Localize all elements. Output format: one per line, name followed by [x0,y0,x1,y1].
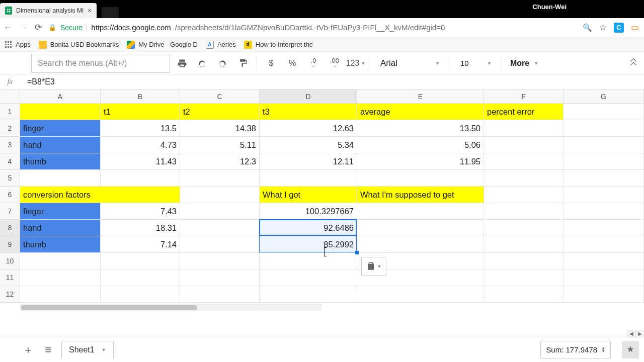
cell[interactable]: What I'm supposed to get [357,187,484,203]
formula-input[interactable] [20,77,644,86]
row-header[interactable]: 5 [0,170,20,187]
cell[interactable] [180,187,260,203]
column-header[interactable]: F [484,89,564,103]
column-header[interactable]: C [180,89,260,103]
cell[interactable] [564,104,644,120]
paint-format-button[interactable] [234,55,251,71]
horizontal-scroll-arrows[interactable]: ◀▶ [627,330,644,337]
cell[interactable] [564,120,644,137]
cell[interactable] [484,187,564,203]
cell[interactable] [484,220,564,236]
row-header[interactable]: 10 [0,253,20,269]
cell[interactable] [357,286,484,303]
back-button[interactable]: ← [3,23,13,33]
row-header[interactable]: 6 [0,187,20,203]
cell[interactable]: 5.06 [357,137,484,153]
column-header[interactable]: B [101,89,180,103]
cell[interactable] [180,253,260,269]
cell[interactable] [180,170,260,187]
cell[interactable]: 100.3297667 [260,203,357,220]
cell[interactable] [564,153,644,170]
cell[interactable] [180,269,260,286]
percent-button[interactable]: % [284,55,300,71]
row-header[interactable]: 11 [0,269,20,286]
cell[interactable]: conversion factors [20,187,180,203]
cell[interactable] [564,286,644,303]
bookmark-item[interactable]: Bonita USD Bookmarks [39,41,119,49]
sheet-tab[interactable]: Sheet1 ▼ [61,341,114,358]
more-toolbar[interactable]: More ▼ [508,59,540,68]
select-all-corner[interactable] [0,89,20,104]
browser-tab-active[interactable]: Dimensional analysis Mi × [0,3,97,18]
cell[interactable] [180,203,260,220]
cell[interactable] [484,137,564,153]
cell[interactable] [484,153,564,170]
cell[interactable] [180,286,260,303]
bookmark-item[interactable]: dHow to Interpret the [244,41,313,49]
cell[interactable] [260,170,357,187]
cell[interactable]: 12.63 [260,120,357,137]
extension-c-icon[interactable]: C [614,23,624,33]
cell[interactable] [101,170,180,187]
profile-name[interactable]: Chuen-Wei [532,3,567,11]
cell[interactable] [484,286,564,303]
cell[interactable]: 92.6486 [260,220,357,236]
cell[interactable]: 4.73 [101,137,180,153]
row-header[interactable]: 1 [0,104,20,120]
cell[interactable] [101,286,180,303]
cell[interactable] [20,104,101,120]
undo-button[interactable] [194,55,210,71]
cell[interactable]: 7.14 [101,236,180,253]
cell[interactable]: 12.3 [180,153,260,170]
cell[interactable] [564,203,644,220]
cell[interactable]: 5.11 [180,137,260,153]
cell[interactable] [357,220,484,236]
apps-button[interactable]: Apps [5,41,31,48]
forward-button[interactable]: → [18,23,28,33]
row-header[interactable]: 4 [0,153,20,170]
cell[interactable] [484,253,564,269]
cell[interactable]: 14.38 [180,120,260,137]
cell[interactable] [564,220,644,236]
cell[interactable] [357,203,484,220]
column-header[interactable]: E [357,89,484,103]
cell[interactable]: 18.31 [101,220,180,236]
menu-search[interactable]: Search the menus (Alt+/) [31,54,170,73]
cell[interactable] [484,120,564,137]
row-header[interactable]: 7 [0,203,20,220]
scrollbar-thumb[interactable] [21,305,197,310]
cell[interactable] [564,137,644,153]
cell[interactable] [564,253,644,269]
cell[interactable] [260,253,357,269]
reload-button[interactable]: ⟳ [33,23,43,33]
add-sheet-button[interactable]: ＋ [21,342,35,357]
row-headers[interactable]: 123456789101112 [0,104,20,303]
cell[interactable] [484,269,564,286]
cell[interactable] [20,286,101,303]
cell[interactable]: t3 [260,104,357,120]
row-header[interactable]: 12 [0,286,20,303]
cell[interactable]: 5.34 [260,137,357,153]
bookmark-item[interactable]: My Drive - Google D [127,41,198,49]
redo-button[interactable] [214,55,230,71]
cell[interactable] [180,236,260,253]
cell[interactable]: 13.50 [357,120,484,137]
close-tab-icon[interactable]: × [88,7,92,15]
cell[interactable] [564,236,644,253]
quicksum-box[interactable]: Sum: 177.9478 ▲▼ [540,341,611,358]
cell[interactable] [484,170,564,187]
cell[interactable]: 7.43 [101,203,180,220]
cell[interactable] [20,269,101,286]
cell[interactable]: thumb [20,236,101,253]
cell[interactable]: 13.5 [101,120,180,137]
cell[interactable]: t2 [180,104,260,120]
cell[interactable] [357,170,484,187]
column-header[interactable]: A [20,89,101,103]
row-header[interactable]: 2 [0,120,20,137]
cell[interactable] [357,236,484,253]
cell[interactable] [484,236,564,253]
row-header[interactable]: 3 [0,137,20,153]
cell[interactable]: 85.2992 [260,236,357,253]
cell[interactable] [260,269,357,286]
print-button[interactable] [174,55,190,71]
